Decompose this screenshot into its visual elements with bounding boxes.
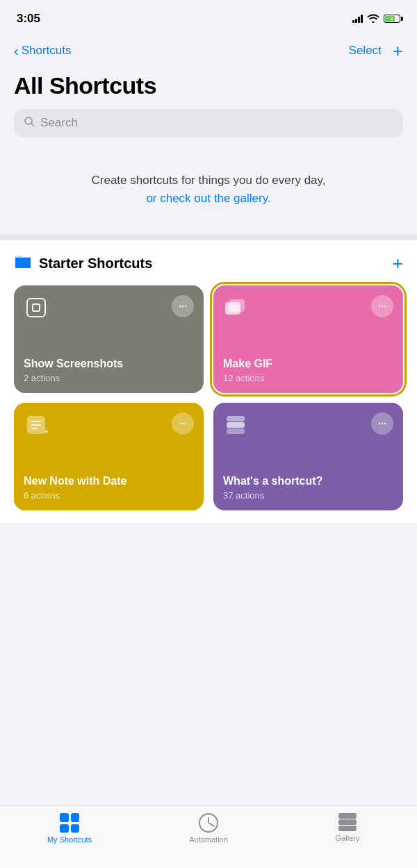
back-label: Shortcuts — [22, 44, 72, 58]
add-button[interactable]: + — [393, 42, 403, 60]
card-name-note: New Note with Date — [24, 474, 194, 489]
more-button-what[interactable]: ··· — [371, 412, 393, 435]
select-button[interactable]: Select — [349, 44, 382, 58]
tab-my-shortcuts[interactable]: My Shortcuts — [0, 813, 139, 844]
status-time: 3:05 — [17, 12, 40, 26]
page-title: All Shortcuts — [14, 72, 403, 99]
starter-add-button[interactable]: + — [393, 253, 403, 274]
note-icon: + — [24, 412, 49, 437]
folder-icon — [14, 254, 32, 274]
starter-title: Starter Shortcuts — [39, 256, 152, 272]
nav-bar: ‹ Shortcuts Select + — [0, 35, 417, 69]
card-name-screenshots: Show Screenshots — [24, 357, 194, 372]
card-actions-what: 37 actions — [223, 490, 393, 501]
status-icons: ⚡ — [352, 13, 400, 25]
card-bottom: Make GIF 12 actions — [223, 357, 393, 383]
tab-automation[interactable]: Automation — [139, 813, 278, 844]
card-top: ··· — [223, 295, 393, 320]
tab-gallery[interactable]: Gallery — [278, 813, 417, 842]
starter-header: Starter Shortcuts + — [14, 253, 403, 274]
card-actions-note: 6 actions — [24, 490, 194, 501]
empty-state: Create shortcuts for things you do every… — [0, 144, 417, 235]
wifi-icon — [367, 13, 379, 25]
search-bar[interactable]: Search — [14, 109, 403, 137]
tab-bar: My Shortcuts Automation Gallery — [0, 806, 417, 868]
card-bottom: Show Screenshots 2 actions — [24, 357, 194, 383]
tab-label-gallery: Gallery — [336, 834, 360, 842]
card-actions-screenshots: 2 actions — [24, 373, 194, 383]
status-bar: 3:05 ⚡ — [0, 0, 417, 35]
tab-label-my-shortcuts: My Shortcuts — [47, 835, 92, 844]
starter-title-group: Starter Shortcuts — [14, 254, 152, 274]
card-bottom: What's a shortcut? 37 actions — [223, 474, 393, 501]
section-divider — [0, 235, 417, 240]
shortcut-card-note[interactable]: + ··· New Note with Date 6 actions — [14, 403, 204, 510]
shortcut-card-screenshots[interactable]: ··· Show Screenshots 2 actions — [14, 285, 204, 393]
screenshots-icon — [24, 295, 49, 320]
more-button-gif[interactable]: ··· — [371, 295, 393, 317]
shortcut-card-what[interactable]: ··· What's a shortcut? 37 actions — [213, 403, 403, 510]
signal-icon — [352, 15, 363, 23]
empty-state-text: Create shortcuts for things you do every… — [21, 172, 396, 207]
tab-label-automation: Automation — [189, 835, 228, 844]
more-button-screenshots[interactable]: ··· — [172, 295, 194, 317]
nav-actions: Select + — [349, 42, 403, 60]
battery-icon: ⚡ — [384, 15, 400, 23]
search-icon — [24, 116, 35, 130]
automation-icon — [199, 813, 218, 833]
gallery-icon — [338, 813, 357, 831]
more-button-note[interactable]: ··· — [172, 412, 194, 435]
page-title-section: All Shortcuts — [0, 69, 417, 106]
gallery-link[interactable]: or check out the gallery. — [146, 192, 270, 205]
card-top: ··· — [24, 295, 194, 320]
card-bottom: New Note with Date 6 actions — [24, 474, 194, 501]
shortcuts-grid: ··· Show Screenshots 2 actions ··· — [14, 285, 403, 510]
search-section: Search — [0, 106, 417, 144]
search-placeholder: Search — [40, 116, 78, 130]
card-top: ··· — [223, 412, 393, 437]
starter-section: Starter Shortcuts + ··· Show Screenshots… — [0, 240, 417, 523]
card-top: + ··· — [24, 412, 194, 437]
chevron-left-icon: ‹ — [14, 43, 19, 59]
gif-icon — [223, 295, 248, 320]
back-button[interactable]: ‹ Shortcuts — [14, 43, 71, 59]
card-actions-gif: 12 actions — [223, 373, 393, 383]
layers-icon — [223, 412, 248, 437]
shortcut-card-gif[interactable]: ··· Make GIF 12 actions — [213, 285, 403, 393]
card-name-gif: Make GIF — [223, 357, 393, 372]
my-shortcuts-icon — [60, 813, 79, 833]
card-name-what: What's a shortcut? — [223, 474, 393, 489]
